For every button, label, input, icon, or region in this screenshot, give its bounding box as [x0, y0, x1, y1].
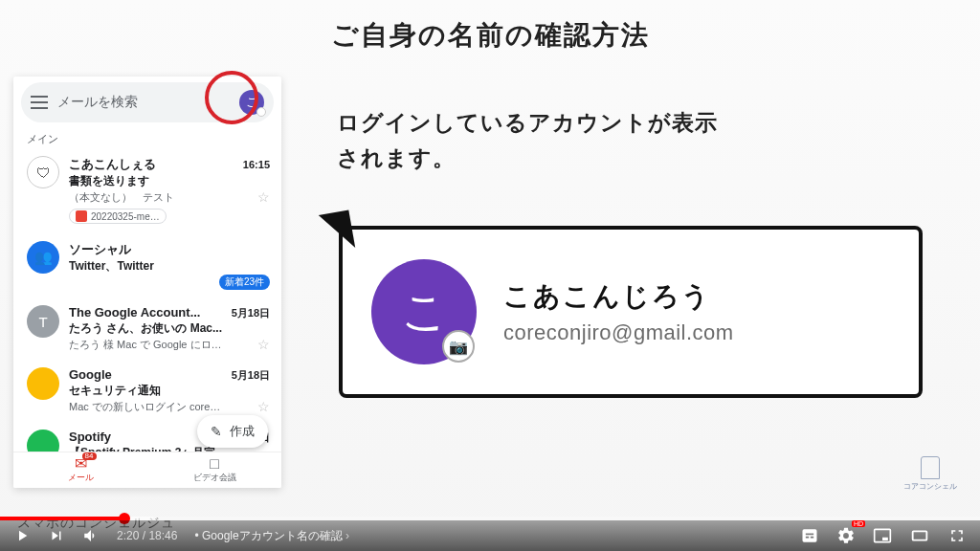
- settings-button[interactable]: HD: [836, 526, 856, 545]
- mail-snippet: Mac での新しいログイン core…☆: [69, 399, 270, 414]
- mail-snippet: たろう 様 Mac で Google にロ…☆: [69, 337, 270, 352]
- camera-icon: 📷: [442, 330, 475, 363]
- sender-avatar: 🛡: [27, 156, 59, 188]
- inbox-tab-label: メイン: [13, 126, 281, 148]
- account-name: こあこんじろう: [503, 278, 734, 315]
- camera-badge-icon: [256, 107, 266, 117]
- mail-item[interactable]: 👥ソーシャルTwitter、Twitter新着23件: [13, 233, 281, 298]
- video-frame: ご自身の名前の確認方法 メールを検索 こ メイン 🛡こあこんしぇる16:15書類…: [0, 0, 980, 551]
- player-controls: 2:20 / 18:46 • Googleアカウント名の確認 › HD: [0, 520, 980, 551]
- play-button[interactable]: [13, 527, 31, 544]
- mail-subject: セキュリティ通知: [69, 383, 270, 399]
- star-icon[interactable]: ☆: [257, 337, 270, 352]
- mail-subject: たろう さん、お使いの Mac...: [69, 320, 270, 337]
- mail-subject: 書類を送ります: [69, 173, 270, 189]
- mail-subject: Twitter、Twitter: [69, 258, 270, 275]
- sender-avatar: 👥: [27, 241, 59, 274]
- mail-sender: こあこんしぇる: [69, 156, 156, 173]
- sender-avatar: T: [27, 305, 59, 338]
- time-display: 2:20 / 18:46: [117, 529, 177, 542]
- mail-date: 5月18日: [232, 306, 270, 320]
- fullscreen-button[interactable]: [947, 526, 967, 545]
- pdf-icon: [76, 210, 87, 222]
- brand-icon: [921, 456, 940, 479]
- mail-sender: ソーシャル: [69, 241, 131, 258]
- nav-video[interactable]: □ ビデオ会議: [147, 452, 281, 488]
- subtitles-button[interactable]: [800, 526, 819, 545]
- star-icon[interactable]: ☆: [257, 189, 270, 205]
- search-placeholder: メールを検索: [57, 94, 230, 111]
- compose-button[interactable]: ✎ 作成: [197, 415, 268, 448]
- mail-sender: Spotify: [69, 430, 111, 444]
- hamburger-icon[interactable]: [31, 96, 48, 109]
- sender-avatar: [27, 367, 59, 400]
- brand-logo: コアコンシェル: [903, 456, 957, 492]
- account-avatar-large: こ 📷: [371, 259, 477, 364]
- next-button[interactable]: [48, 527, 65, 544]
- mail-icon: ✉84: [75, 456, 87, 472]
- chevron-right-icon: ›: [345, 529, 349, 542]
- account-email: coreconjiro@gmail.com: [503, 320, 734, 345]
- mail-date: 5月18日: [232, 368, 270, 383]
- chapter-label[interactable]: • Googleアカウント名の確認 ›: [194, 528, 349, 544]
- bottom-nav: ✉84 メール □ ビデオ会議: [13, 452, 281, 488]
- mail-sender: The Google Account...: [69, 305, 200, 320]
- highlight-circle: [205, 71, 258, 124]
- new-badge: 新着23件: [219, 275, 270, 290]
- star-icon[interactable]: ☆: [257, 399, 270, 414]
- miniplayer-button[interactable]: [873, 526, 892, 545]
- video-icon: □: [210, 456, 219, 472]
- mail-item[interactable]: 🛡こあこんしぇる16:15書類を送ります（本文なし） テスト☆20220325-…: [13, 148, 281, 233]
- phone-mockup: メールを検索 こ メイン 🛡こあこんしぇる16:15書類を送ります（本文なし） …: [13, 77, 281, 488]
- volume-button[interactable]: [82, 527, 100, 544]
- mail-item[interactable]: TThe Google Account...5月18日たろう さん、お使いの M…: [13, 298, 281, 360]
- theater-button[interactable]: [909, 525, 930, 546]
- attachment-chip[interactable]: 20220325-me…: [69, 209, 167, 224]
- mail-snippet: 新着23件: [69, 275, 270, 290]
- hd-badge: HD: [852, 520, 865, 527]
- mail-date: 16:15: [243, 159, 270, 170]
- mail-item[interactable]: Google5月18日セキュリティ通知Mac での新しいログイン core…☆: [13, 360, 281, 422]
- slide-title: ご自身の名前の確認方法: [331, 17, 650, 54]
- mail-snippet: （本文なし） テスト☆: [69, 189, 270, 205]
- mail-sender: Google: [69, 367, 112, 382]
- account-callout-box: こ 📷 こあこんじろう coreconjiro@gmail.com: [339, 226, 923, 398]
- callout-text: ログインしているアカウントが表示 されます。: [337, 105, 718, 176]
- pencil-icon: ✎: [211, 424, 222, 439]
- nav-mail[interactable]: ✉84 メール: [13, 452, 147, 488]
